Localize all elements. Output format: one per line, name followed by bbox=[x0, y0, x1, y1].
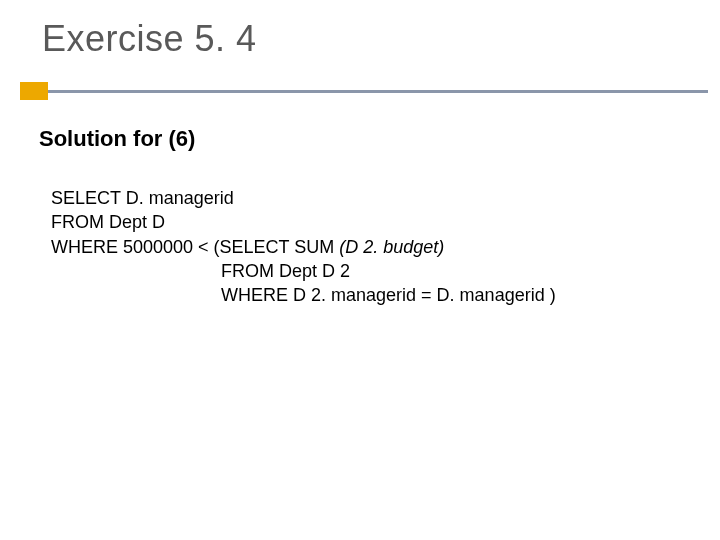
horizontal-rule bbox=[48, 90, 708, 93]
sql-line: FROM Dept D bbox=[51, 212, 165, 232]
title-underline-row bbox=[0, 82, 720, 100]
section-heading: Solution for (6) bbox=[39, 126, 195, 152]
sql-line: FROM Dept D 2 bbox=[51, 261, 350, 281]
sql-line: SELECT D. managerid bbox=[51, 188, 234, 208]
slide-title: Exercise 5. 4 bbox=[42, 18, 257, 60]
sql-line: WHERE D 2. managerid = D. managerid ) bbox=[51, 285, 556, 305]
sql-line: WHERE 5000000 < (SELECT SUM bbox=[51, 237, 339, 257]
sql-code-block: SELECT D. managerid FROM Dept D WHERE 50… bbox=[51, 186, 556, 307]
accent-block bbox=[20, 82, 48, 100]
sql-line-italic: (D 2. budget) bbox=[339, 237, 444, 257]
